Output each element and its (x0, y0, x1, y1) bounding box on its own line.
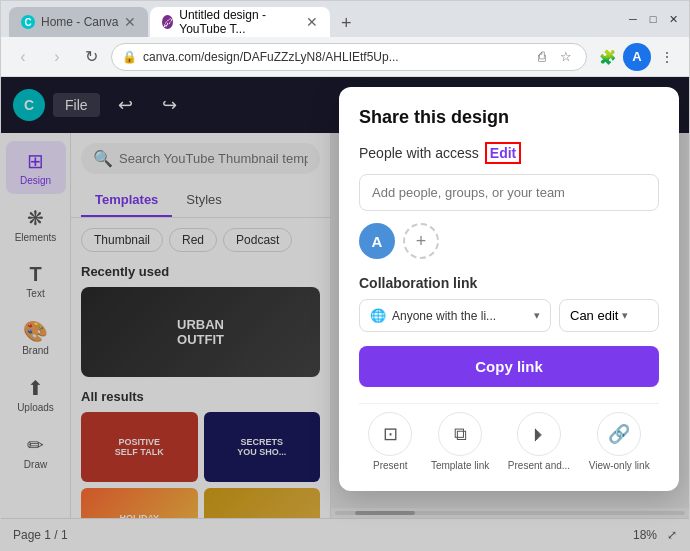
tab-home-close[interactable]: ✕ (124, 14, 136, 30)
view-only-link-button[interactable]: 🔗 View-only link (589, 412, 650, 471)
extension-icon[interactable]: 🧩 (593, 43, 621, 71)
permission-dropdown-arrow: ▾ (622, 309, 628, 322)
template-link-button[interactable]: ⧉ Template link (431, 412, 489, 471)
url-action-icons: ⎙ ☆ (532, 47, 576, 67)
present-record-label: Present and... (508, 460, 570, 471)
link-access-dropdown[interactable]: 🌐 Anyone with the li... ▾ (359, 299, 551, 332)
collab-link-row: 🌐 Anyone with the li... ▾ Can edit ▾ (359, 299, 659, 332)
profile-avatar[interactable]: A (623, 43, 651, 71)
copy-link-button[interactable]: Copy link (359, 346, 659, 387)
window-controls: ─ □ ✕ (625, 11, 681, 27)
present-label: Present (373, 460, 407, 471)
template-link-label: Template link (431, 460, 489, 471)
avatar-row: A + (359, 223, 659, 259)
link-dropdown-arrow: ▾ (534, 309, 540, 322)
lock-icon: 🔒 (122, 50, 137, 64)
user-avatar: A (359, 223, 395, 259)
canva-tab-icon: C (21, 15, 35, 29)
tab-strip: C Home - Canva ✕ 🖊 Untitled design - You… (9, 1, 609, 37)
tab-design-label: Untitled design - YouTube T... (179, 8, 300, 36)
view-only-link-label: View-only link (589, 460, 650, 471)
globe-icon: 🌐 (370, 308, 386, 323)
view-only-link-icon: 🔗 (597, 412, 641, 456)
add-person-button[interactable]: + (403, 223, 439, 259)
title-bar: C Home - Canva ✕ 🖊 Untitled design - You… (1, 1, 689, 37)
people-access-label: People with access (359, 145, 479, 161)
present-record-button[interactable]: ⏵ Present and... (508, 412, 570, 471)
people-access-row: People with access Edit (359, 142, 659, 164)
can-edit-text: Can edit (570, 308, 618, 323)
share-url-icon[interactable]: ⎙ (532, 47, 552, 67)
tab-home-label: Home - Canva (41, 15, 118, 29)
address-bar: ‹ › ↻ 🔒 canva.com/design/DAFuZZzLyN8/AHL… (1, 37, 689, 77)
link-access-text: Anyone with the li... (392, 309, 528, 323)
tab-design[interactable]: 🖊 Untitled design - YouTube T... ✕ (150, 7, 330, 37)
minimize-button[interactable]: ─ (625, 11, 641, 27)
url-text: canva.com/design/DAFuZZzLyN8/AHLIEtf5Up.… (143, 50, 526, 64)
tab-design-close[interactable]: ✕ (306, 14, 318, 30)
new-tab-button[interactable]: + (332, 9, 360, 37)
can-edit-dropdown[interactable]: Can edit ▾ (559, 299, 659, 332)
edit-link[interactable]: Edit (485, 142, 521, 164)
design-tab-icon: 🖊 (162, 15, 173, 29)
template-link-icon: ⧉ (438, 412, 482, 456)
forward-button[interactable]: › (43, 43, 71, 71)
add-people-input[interactable] (359, 174, 659, 211)
browser-toolbar-icons: 🧩 A ⋮ (593, 43, 681, 71)
modal-title: Share this design (359, 107, 659, 128)
share-modal: Share this design People with access Edi… (339, 87, 679, 491)
url-bar[interactable]: 🔒 canva.com/design/DAFuZZzLyN8/AHLIEtf5U… (111, 43, 587, 71)
back-button[interactable]: ‹ (9, 43, 37, 71)
menu-icon[interactable]: ⋮ (653, 43, 681, 71)
maximize-button[interactable]: □ (645, 11, 661, 27)
browser-frame: C Home - Canva ✕ 🖊 Untitled design - You… (0, 0, 690, 551)
collab-link-label: Collaboration link (359, 275, 659, 291)
collab-section: Collaboration link 🌐 Anyone with the li.… (359, 275, 659, 332)
app-area: C File ↩ ↪ ⭐ Try Canva Pro 👥 📊 Share ⊞ D… (1, 77, 689, 550)
profile-icon[interactable]: A (623, 43, 651, 71)
present-button[interactable]: ⊡ Present (368, 412, 412, 471)
present-icon: ⊡ (368, 412, 412, 456)
tab-home[interactable]: C Home - Canva ✕ (9, 7, 148, 37)
close-button[interactable]: ✕ (665, 11, 681, 27)
present-record-icon: ⏵ (517, 412, 561, 456)
refresh-button[interactable]: ↻ (77, 43, 105, 71)
bottom-icons-row: ⊡ Present ⧉ Template link ⏵ Present and.… (359, 403, 659, 471)
bookmark-icon[interactable]: ☆ (556, 47, 576, 67)
